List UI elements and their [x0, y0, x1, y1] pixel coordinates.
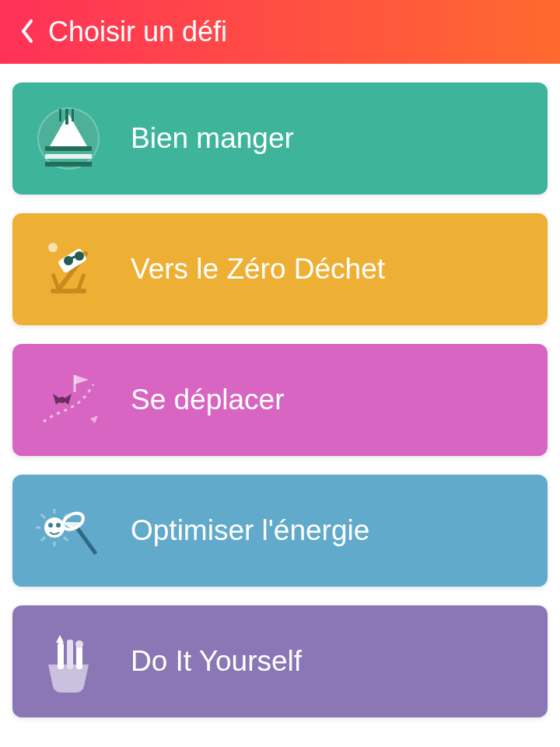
svg-rect-37 [76, 646, 82, 669]
svg-rect-3 [45, 146, 92, 151]
category-label: Bien manger [131, 121, 294, 156]
svg-line-33 [75, 524, 95, 552]
svg-line-12 [53, 274, 59, 291]
svg-rect-8 [72, 109, 74, 121]
category-card-bien-manger[interactable]: Bien manger [12, 82, 548, 195]
svg-point-39 [75, 640, 83, 648]
category-card-zero-dechet[interactable]: Vers le Zéro Déchet [12, 213, 548, 325]
header-bar: Choisir un défi [0, 0, 560, 64]
category-list: Bien manger Vers le Zéro Déchet [0, 64, 560, 717]
svg-line-30 [64, 537, 68, 541]
svg-rect-7 [59, 109, 61, 121]
svg-line-29 [41, 514, 45, 518]
beach-chair-icon [30, 230, 107, 308]
svg-line-13 [78, 274, 84, 291]
category-label: Do It Yourself [131, 644, 302, 679]
svg-point-18 [59, 397, 65, 403]
back-button[interactable] [11, 16, 44, 48]
category-card-optimiser-energie[interactable]: Optimiser l'énergie [12, 475, 548, 587]
tool-basket-icon [30, 622, 107, 700]
page-title: Choisir un défi [48, 16, 227, 48]
svg-rect-4 [45, 154, 92, 159]
category-label: Vers le Zéro Déchet [131, 252, 385, 286]
chevron-left-icon [20, 19, 34, 45]
svg-rect-36 [67, 640, 73, 669]
svg-point-34 [60, 510, 86, 533]
svg-rect-35 [58, 643, 64, 669]
svg-marker-21 [90, 416, 98, 423]
svg-marker-38 [56, 635, 64, 643]
svg-line-32 [41, 537, 45, 541]
route-flags-icon [30, 361, 107, 439]
svg-point-9 [48, 243, 58, 252]
food-plate-icon [30, 100, 107, 177]
net-sun-icon [30, 492, 107, 570]
svg-point-23 [48, 523, 53, 528]
category-card-se-deplacer[interactable]: Se déplacer [12, 344, 548, 456]
category-label: Se déplacer [131, 383, 284, 417]
category-card-diy[interactable]: Do It Yourself [12, 605, 548, 717]
svg-rect-5 [45, 162, 92, 167]
category-label: Optimiser l'énergie [131, 514, 369, 548]
svg-rect-6 [65, 109, 68, 124]
svg-marker-20 [75, 375, 89, 384]
svg-point-24 [56, 523, 61, 528]
